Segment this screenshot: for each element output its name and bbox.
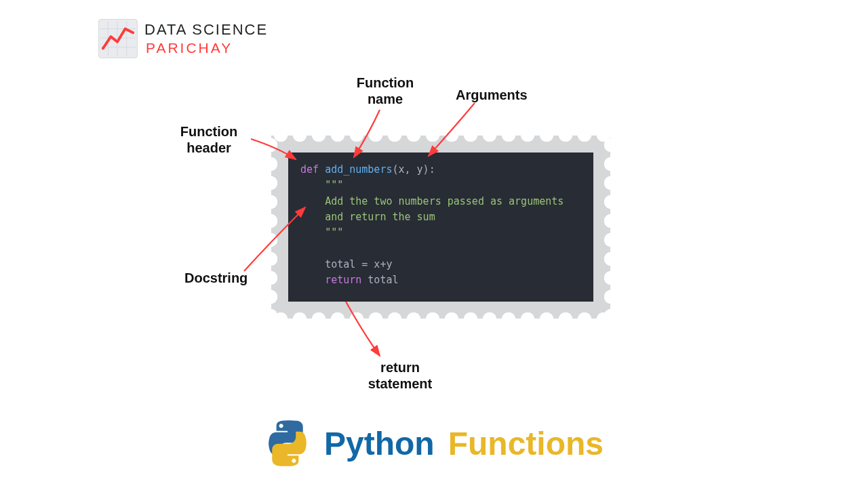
code-assignment: total = x+y	[325, 258, 392, 270]
label-return-statement: return statement	[353, 359, 448, 392]
label-function-name: Function name	[344, 75, 426, 107]
brand-text: DATA SCIENCE PARICHAY	[144, 21, 268, 56]
brand-line2: PARICHAY	[144, 40, 268, 56]
code-docstring-line2: and return the sum	[325, 211, 435, 223]
chart-icon	[98, 19, 138, 58]
code-return-keyword: return	[325, 274, 361, 286]
brand-line1: DATA SCIENCE	[144, 21, 268, 38]
label-docstring: Docstring	[184, 270, 248, 286]
stamp-frame: def add_numbers(x, y): """ Add the two n…	[271, 136, 610, 319]
title-word-functions: Functions	[448, 425, 604, 462]
code-docstring-close: """	[325, 226, 343, 239]
label-arguments: Arguments	[456, 87, 528, 103]
code-def-keyword: def	[300, 163, 319, 176]
code-docstring-line1: Add the two numbers passed as arguments	[325, 195, 564, 207]
code-docstring-open: """	[325, 179, 343, 191]
code-params: (x, y):	[392, 163, 435, 176]
brand-logo: DATA SCIENCE PARICHAY	[98, 19, 268, 58]
code-function-name: add_numbers	[325, 163, 392, 176]
page-title: Python Functions	[0, 420, 868, 466]
code-block: def add_numbers(x, y): """ Add the two n…	[288, 152, 593, 302]
python-icon	[264, 420, 311, 466]
title-word-python: Python	[324, 425, 435, 462]
code-return-value: total	[361, 274, 398, 286]
label-function-header: Function header	[168, 123, 250, 156]
